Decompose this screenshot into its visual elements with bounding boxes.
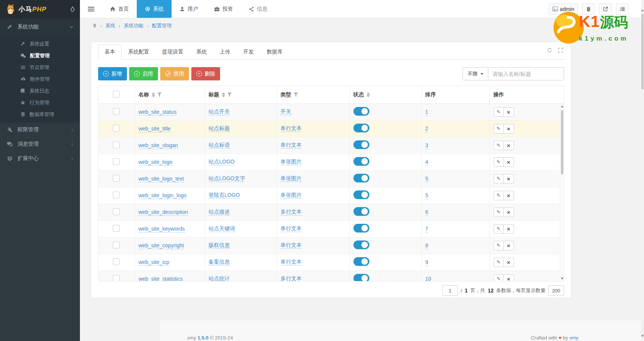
logo-bar[interactable]: 小马PHP xyxy=(0,0,80,18)
row-checkbox[interactable] xyxy=(113,175,120,182)
row-title-link[interactable]: 站点统计 xyxy=(209,275,230,281)
status-toggle-on[interactable] xyxy=(353,107,369,116)
row-name-link[interactable]: web_site_icp xyxy=(139,259,169,266)
breadcrumb-link-system[interactable]: 系统 xyxy=(105,22,115,29)
edit-row-button[interactable]: ✎ xyxy=(494,207,504,217)
row-checkbox[interactable] xyxy=(113,141,120,148)
row-name-link[interactable]: web_site_status xyxy=(139,109,177,116)
filter-dropdown[interactable]: 不限 xyxy=(463,67,488,80)
table-scrollbar-thumb[interactable] xyxy=(561,110,563,174)
fullscreen-icon[interactable] xyxy=(558,47,563,53)
row-sort-link[interactable]: 2 xyxy=(425,126,428,132)
sidebar-group-permission-management[interactable]: 权限管理 ‹ xyxy=(0,123,80,137)
delete-row-button[interactable]: × xyxy=(504,258,514,267)
user-menu-button[interactable]: admin xyxy=(549,3,578,15)
row-type-link[interactable]: 单行文本 xyxy=(281,242,302,249)
sidebar-group-extension-center[interactable]: 扩展中心 ‹ xyxy=(0,151,80,166)
page-scrollbar-thumb[interactable] xyxy=(641,14,644,90)
row-type-link[interactable]: 单行文本 xyxy=(281,225,302,232)
edit-row-button[interactable]: ✎ xyxy=(494,241,504,250)
row-title-link[interactable]: 站点LOGO xyxy=(209,159,234,165)
row-type-link[interactable]: 单张图片 xyxy=(281,159,302,165)
row-checkbox[interactable] xyxy=(113,225,120,232)
disable-button[interactable]: 禁用 xyxy=(160,67,189,80)
delete-row-button[interactable]: × xyxy=(504,157,514,167)
row-name-link[interactable]: web_site_statistics xyxy=(139,276,183,281)
status-toggle-on[interactable] xyxy=(353,174,369,182)
enable-button[interactable]: ✓ 启用 xyxy=(129,67,158,80)
sort-icon[interactable] xyxy=(222,93,225,97)
nav-item-system[interactable]: 系统 xyxy=(137,0,172,18)
sidebar-item-system-log[interactable]: 系统日志 xyxy=(0,85,80,97)
delete-row-button[interactable]: × xyxy=(504,207,514,217)
edit-row-button[interactable]: ✎ xyxy=(494,274,504,282)
breadcrumb-link-config-management[interactable]: 配置管理 xyxy=(152,22,172,29)
page-number-input[interactable] xyxy=(442,285,458,296)
status-toggle-on[interactable] xyxy=(353,274,369,281)
delete-row-button[interactable]: × xyxy=(504,124,514,134)
edit-row-button[interactable]: ✎ xyxy=(494,258,504,267)
page-size-input[interactable] xyxy=(548,285,564,296)
row-type-link[interactable]: 单张图片 xyxy=(281,175,302,182)
delete-row-button[interactable]: × xyxy=(504,141,514,150)
external-link-button[interactable] xyxy=(599,3,612,15)
status-toggle-on[interactable] xyxy=(353,240,369,249)
row-sort-link[interactable]: 7 xyxy=(425,226,428,233)
row-checkbox[interactable] xyxy=(113,258,120,265)
row-name-link[interactable]: web_site_logo xyxy=(139,159,173,166)
nav-item-information[interactable]: 信息 xyxy=(241,0,275,18)
delete-row-button[interactable]: × xyxy=(504,174,514,184)
nav-item-users[interactable]: 用户 xyxy=(172,0,206,18)
tab[interactable]: 开发 xyxy=(237,44,260,60)
row-title-link[interactable]: 备案信息 xyxy=(209,259,230,266)
delete-row-button[interactable]: × xyxy=(504,274,514,282)
row-checkbox[interactable] xyxy=(113,208,120,215)
row-sort-link[interactable]: 3 xyxy=(425,142,428,149)
delete-row-button[interactable]: × xyxy=(504,241,514,250)
scroll-up-arrow[interactable] xyxy=(561,105,563,107)
row-checkbox[interactable] xyxy=(113,192,120,198)
droplet-icon[interactable] xyxy=(70,6,75,12)
row-title-link[interactable]: 站点标题 xyxy=(209,125,230,132)
sidebar-item-attachment-management[interactable]: 附件管理 xyxy=(0,73,80,85)
select-all-checkbox[interactable] xyxy=(113,91,120,97)
delete-row-button[interactable]: × xyxy=(504,191,514,200)
filter-funnel-icon[interactable] xyxy=(158,93,162,97)
sort-icon[interactable] xyxy=(152,93,155,97)
edit-row-button[interactable]: ✎ xyxy=(494,191,504,200)
row-sort-link[interactable]: 1 xyxy=(425,109,428,116)
table-scrollbar[interactable] xyxy=(560,104,564,281)
status-toggle-on[interactable] xyxy=(353,157,369,166)
edit-row-button[interactable]: ✎ xyxy=(494,124,504,134)
status-toggle-on[interactable] xyxy=(353,207,369,216)
delete-button[interactable]: × 删除 xyxy=(191,67,220,80)
row-title-link[interactable]: 站点关键词 xyxy=(209,225,235,232)
row-title-link[interactable]: 站点描述 xyxy=(209,209,230,215)
sidebar-item-behavior-management[interactable]: 行为管理 xyxy=(0,97,80,108)
status-toggle-on[interactable] xyxy=(353,257,369,266)
sidebar-group-message-management[interactable]: 消息管理 ‹ xyxy=(0,137,80,151)
row-type-link[interactable]: 开关 xyxy=(281,108,291,115)
sort-icon[interactable] xyxy=(367,93,370,97)
row-title-link[interactable]: 站点LOGO文字 xyxy=(209,175,245,182)
trash-button[interactable] xyxy=(582,3,595,15)
row-title-link[interactable]: 站点标语 xyxy=(209,142,230,149)
row-type-link[interactable]: 单行文本 xyxy=(281,259,302,266)
row-title-link[interactable]: 站点开关 xyxy=(209,108,230,115)
status-toggle-on[interactable] xyxy=(353,190,369,199)
tab[interactable]: 提现设置 xyxy=(156,44,190,60)
status-toggle-on[interactable] xyxy=(353,124,369,132)
row-checkbox[interactable] xyxy=(113,108,120,115)
nav-item-home[interactable]: 首页 xyxy=(102,0,137,18)
page-scroll-up-arrow[interactable] xyxy=(641,9,644,11)
edit-row-button[interactable]: ✎ xyxy=(494,224,504,234)
row-name-link[interactable]: web_site_title xyxy=(139,126,171,132)
tab[interactable]: 基本 xyxy=(98,44,122,60)
refresh-icon[interactable] xyxy=(547,47,552,53)
sidebar-item-database-management[interactable]: 数据库管理 xyxy=(0,108,80,120)
filter-funnel-icon[interactable] xyxy=(294,93,298,97)
scroll-down-arrow[interactable] xyxy=(561,278,563,280)
row-name-link[interactable]: web_site_description xyxy=(139,209,188,216)
row-type-link[interactable]: 多行文本 xyxy=(281,275,302,281)
row-checkbox[interactable] xyxy=(113,242,120,248)
